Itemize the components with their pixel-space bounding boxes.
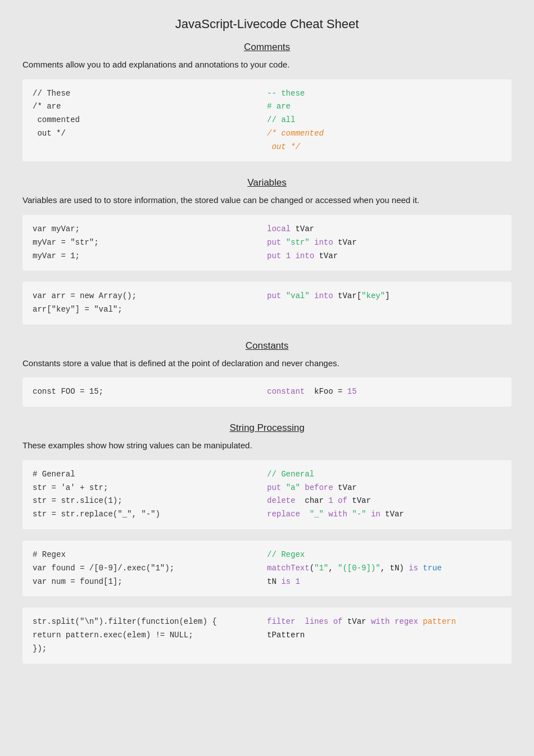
comments-code-block: // These /* are commented out */ -- thes… — [22, 79, 512, 162]
string-filter-code-block: str.split("\n").filter(function(elem) { … — [22, 608, 512, 663]
string-general-lc-code: // General put "a" before tVar delete ch… — [267, 468, 501, 521]
constants-lc-code: constant kFoo = 15 — [267, 385, 501, 399]
string-processing-title: String Processing — [22, 422, 512, 434]
variables-lc-code-1: local tVar put "str" into tVar put 1 int… — [267, 223, 501, 263]
constants-code-block: const FOO = 15; constant kFoo = 15 — [22, 377, 512, 407]
variables-code-block-1: var myVar; myVar = "str"; myVar = 1; loc… — [22, 215, 512, 271]
variables-js-code-2: var arr = new Array(); arr["key"] = "val… — [33, 290, 267, 317]
variables-desc: Variables are used to to store informati… — [22, 194, 512, 207]
comments-js-code: // These /* are commented out */ — [33, 87, 267, 154]
comments-desc: Comments allow you to add explanations a… — [22, 58, 512, 71]
string-general-code-block: # General str = 'a' + str; str = str.sli… — [22, 460, 512, 529]
variables-code-block-2: var arr = new Array(); arr["key"] = "val… — [22, 282, 512, 325]
variables-js-code-1: var myVar; myVar = "str"; myVar = 1; — [33, 223, 267, 263]
variables-title: Variables — [22, 177, 512, 188]
constants-title: Constants — [22, 340, 512, 352]
constants-section: Constants Constants store a value that i… — [22, 340, 512, 407]
comments-lc-code: -- these # are // all /* commented out *… — [267, 87, 501, 154]
comments-title: Comments — [22, 42, 512, 53]
string-general-js-code: # General str = 'a' + str; str = str.sli… — [33, 468, 267, 521]
variables-section: Variables Variables are used to to store… — [22, 177, 512, 324]
string-regex-js-code: # Regex var found = /[0-9]/.exec("1"); v… — [33, 548, 267, 588]
string-regex-code-block: # Regex var found = /[0-9]/.exec("1"); v… — [22, 541, 512, 596]
string-processing-desc: These examples show how string values ca… — [22, 439, 512, 452]
variables-lc-code-2: put "val" into tVar["key"] — [267, 290, 501, 317]
string-processing-section: String Processing These examples show ho… — [22, 422, 512, 663]
string-regex-lc-code: // Regex matchText("1", "([0-9])", tN) i… — [267, 548, 501, 588]
constants-js-code: const FOO = 15; — [33, 385, 267, 399]
constants-desc: Constants store a value that is defined … — [22, 357, 512, 370]
string-filter-js-code: str.split("\n").filter(function(elem) { … — [33, 615, 267, 655]
page-title: JavaScript-Livecode Cheat Sheet — [22, 17, 512, 32]
string-filter-lc-code: filter lines of tVar with regex pattern … — [267, 615, 501, 655]
comments-section: Comments Comments allow you to add expla… — [22, 42, 512, 161]
